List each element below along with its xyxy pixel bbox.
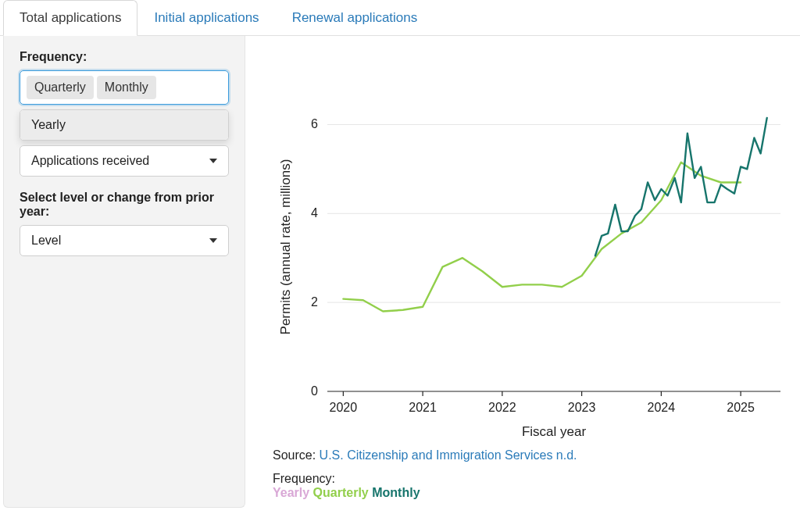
main-content: Frequency: Quarterly Monthly Yearly Appl… [0, 36, 800, 508]
svg-text:2024: 2024 [648, 401, 676, 414]
svg-text:2: 2 [311, 295, 318, 309]
legend-monthly: Monthly [372, 486, 420, 499]
tab-renewal[interactable]: Renewal applications [276, 0, 434, 35]
legend-yearly: Yearly [273, 486, 309, 499]
svg-text:0: 0 [311, 384, 318, 398]
chip-monthly[interactable]: Monthly [97, 76, 156, 99]
tab-initial[interactable]: Initial applications [138, 0, 275, 35]
line-chart: 0246202020212022202320242025Fiscal yearP… [273, 44, 788, 442]
svg-text:Fiscal year: Fiscal year [522, 424, 587, 439]
legend-block: Frequency: Yearly Quarterly Monthly [273, 472, 792, 500]
level-select[interactable]: Level [20, 225, 229, 256]
svg-text:2023: 2023 [568, 401, 596, 414]
source-line: Source: U.S. Citizenship and Immigration… [273, 448, 792, 462]
svg-text:2025: 2025 [727, 401, 755, 414]
legend-items: Yearly Quarterly Monthly [273, 486, 792, 500]
source-link[interactable]: U.S. Citizenship and Immigration Service… [320, 448, 577, 462]
frequency-multiselect[interactable]: Quarterly Monthly [20, 70, 229, 105]
level-label: Select level or change from prior year: [20, 191, 229, 219]
chip-quarterly[interactable]: Quarterly [27, 76, 94, 99]
source-prefix: Source: [273, 448, 320, 462]
tabs-bar: Total applications Initial applications … [0, 0, 800, 36]
frequency-option-yearly[interactable]: Yearly [20, 110, 228, 140]
series-select-value: Applications received [31, 154, 149, 168]
series-select[interactable]: Applications received [20, 145, 229, 177]
svg-text:Permits (annual rate, millions: Permits (annual rate, millions) [278, 159, 293, 335]
svg-text:2022: 2022 [488, 401, 516, 414]
svg-text:4: 4 [311, 206, 318, 220]
legend-quarterly: Quarterly [313, 486, 369, 499]
tab-total[interactable]: Total applications [3, 0, 138, 36]
chevron-down-icon [209, 159, 217, 163]
controls-sidebar: Frequency: Quarterly Monthly Yearly Appl… [3, 36, 245, 508]
svg-text:2020: 2020 [330, 401, 358, 414]
svg-text:6: 6 [311, 117, 318, 130]
level-select-value: Level [31, 234, 61, 248]
legend-label: Frequency: [273, 472, 792, 486]
chart-area: 0246202020212022202320242025Fiscal yearP… [245, 36, 800, 508]
svg-text:2021: 2021 [409, 401, 437, 414]
frequency-dropdown-panel: Yearly [20, 109, 229, 141]
frequency-label: Frequency: [20, 50, 229, 64]
level-section: Select level or change from prior year: … [20, 191, 229, 256]
chevron-down-icon [209, 238, 217, 243]
